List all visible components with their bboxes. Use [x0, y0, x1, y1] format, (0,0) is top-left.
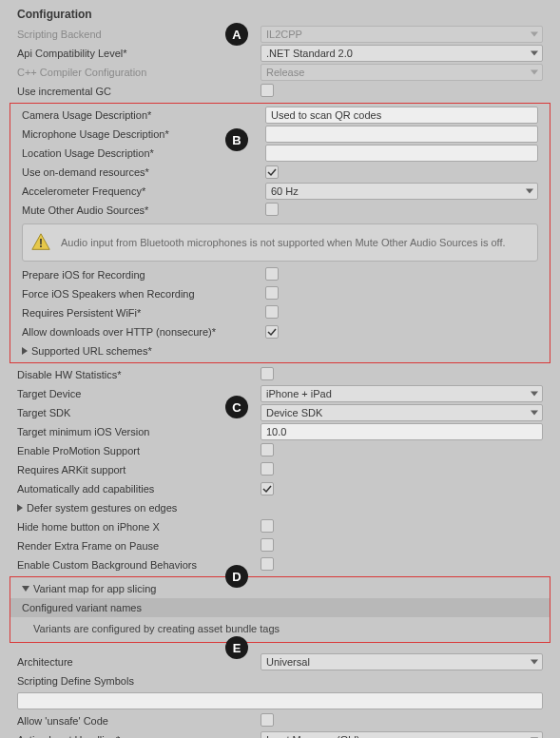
- triangle-right-icon: [17, 504, 23, 512]
- chevron-down-icon: [531, 32, 538, 37]
- arkit-label: Requires ARKit support: [17, 464, 261, 476]
- api-compat-dropdown[interactable]: .NET Standard 2.0: [261, 45, 543, 62]
- configuration-panel: A B C D E Configuration Scripting Backen…: [4, 4, 556, 738]
- badge-d: D: [225, 565, 248, 588]
- disable-hw-label: Disable HW Statistics*: [17, 369, 261, 380]
- variant-map-foldout[interactable]: Variant map for app slicing: [10, 579, 550, 598]
- target-sdk-dropdown[interactable]: Device SDK: [261, 404, 543, 421]
- badge-e: E: [225, 636, 248, 659]
- target-device-dropdown[interactable]: iPhone + iPad: [261, 385, 543, 402]
- camera-usage-label: Camera Usage Description*: [22, 109, 265, 121]
- allow-http-checkbox[interactable]: [265, 325, 279, 339]
- incremental-gc-checkbox[interactable]: [261, 84, 274, 97]
- variant-map-label: Variant map for app slicing: [33, 583, 156, 594]
- chevron-down-icon: [531, 660, 538, 665]
- custom-bg-checkbox[interactable]: [261, 557, 274, 571]
- defer-gestures-label: Defer system gestures on edges: [27, 502, 177, 514]
- promotion-checkbox[interactable]: [261, 443, 274, 456]
- architecture-label: Architecture: [17, 656, 261, 668]
- render-extra-label: Render Extra Frame on Pause: [17, 540, 261, 552]
- hide-home-label: Hide home button on iPhone X: [17, 521, 261, 533]
- camera-usage-input[interactable]: Used to scan QR codes: [265, 107, 538, 124]
- loc-usage-input[interactable]: [265, 145, 538, 162]
- architecture-dropdown[interactable]: Universal: [261, 653, 543, 670]
- persistent-wifi-checkbox[interactable]: [265, 305, 279, 319]
- cpp-compiler-dropdown: Release: [261, 64, 543, 81]
- scripting-define-label: Scripting Define Symbols: [17, 675, 261, 687]
- group-d-highlight: Variant map for app slicing Configured v…: [10, 576, 550, 643]
- cpp-compiler-label: C++ Compiler Configuration: [17, 67, 261, 78]
- configured-variants-header: Configured variant names: [10, 598, 550, 617]
- mute-other-label: Mute Other Audio Sources*: [22, 204, 265, 216]
- active-input-label: Active Input Handling*: [17, 734, 261, 738]
- chevron-down-icon: [526, 189, 533, 194]
- audio-info-text: Audio input from Bluetooth microphones i…: [61, 237, 506, 248]
- warning-icon: !: [30, 232, 51, 253]
- hide-home-checkbox[interactable]: [261, 519, 274, 533]
- allow-unsafe-label: Allow 'unsafe' Code: [17, 715, 261, 727]
- badge-a: A: [225, 23, 248, 46]
- allow-http-label: Allow downloads over HTTP (nonsecure)*: [22, 326, 265, 338]
- chevron-down-icon: [531, 70, 538, 75]
- scripting-backend-dropdown: IL2CPP: [261, 26, 543, 43]
- accel-freq-dropdown[interactable]: 60 Hz: [265, 183, 538, 200]
- arkit-checkbox[interactable]: [261, 462, 274, 476]
- target-device-label: Target Device: [17, 388, 261, 399]
- mic-usage-input[interactable]: [265, 126, 538, 143]
- scripting-backend-label: Scripting Backend: [17, 29, 261, 40]
- svg-text:!: !: [39, 237, 43, 250]
- supported-url-label: Supported URL schemes*: [31, 345, 152, 357]
- promotion-label: Enable ProMotion Support: [17, 445, 261, 456]
- allow-unsafe-checkbox[interactable]: [261, 713, 274, 727]
- api-compat-label: Api Compatibility Level*: [17, 48, 261, 59]
- render-extra-checkbox[interactable]: [261, 538, 274, 552]
- triangle-right-icon: [22, 347, 28, 355]
- accel-freq-label: Accelerometer Frequency*: [22, 185, 265, 197]
- defer-gestures-foldout[interactable]: Defer system gestures on edges: [6, 498, 554, 517]
- group-b-highlight: Camera Usage Description* Used to scan Q…: [10, 103, 550, 363]
- target-sdk-label: Target SDK: [17, 407, 261, 418]
- chevron-down-icon: [531, 392, 538, 397]
- badge-c: C: [225, 396, 248, 418]
- incremental-gc-label: Use incremental GC: [17, 86, 261, 97]
- triangle-down-icon: [22, 586, 29, 592]
- auto-caps-label: Automatically add capabilities: [17, 483, 261, 495]
- force-speakers-label: Force iOS Speakers when Recording: [22, 288, 265, 300]
- prepare-ios-label: Prepare iOS for Recording: [22, 269, 265, 281]
- auto-caps-checkbox[interactable]: [261, 482, 274, 495]
- audio-info-box: ! Audio input from Bluetooth microphones…: [22, 223, 538, 262]
- ondemand-label: Use on-demand resources*: [22, 166, 265, 178]
- loc-usage-label: Location Usage Description*: [22, 147, 265, 159]
- chevron-down-icon: [531, 411, 538, 416]
- persistent-wifi-label: Requires Persistent WiFi*: [22, 307, 265, 319]
- supported-url-foldout[interactable]: Supported URL schemes*: [10, 341, 550, 360]
- disable-hw-checkbox[interactable]: [261, 367, 274, 380]
- variants-note: Variants are configured by creating asse…: [10, 617, 550, 640]
- ondemand-checkbox[interactable]: [265, 165, 279, 179]
- target-min-ios-label: Target minimum iOS Version: [17, 426, 261, 437]
- chevron-down-icon: [531, 51, 538, 56]
- force-speakers-checkbox[interactable]: [265, 286, 279, 300]
- badge-b: B: [225, 128, 248, 151]
- custom-bg-label: Enable Custom Background Behaviors: [17, 559, 261, 571]
- mute-other-checkbox[interactable]: [265, 203, 279, 216]
- active-input-dropdown[interactable]: Input Manager (Old): [261, 731, 543, 738]
- target-min-ios-input[interactable]: 10.0: [261, 423, 543, 440]
- section-heading: Configuration: [6, 6, 554, 25]
- scripting-define-input[interactable]: [17, 692, 543, 709]
- prepare-ios-checkbox[interactable]: [265, 267, 279, 281]
